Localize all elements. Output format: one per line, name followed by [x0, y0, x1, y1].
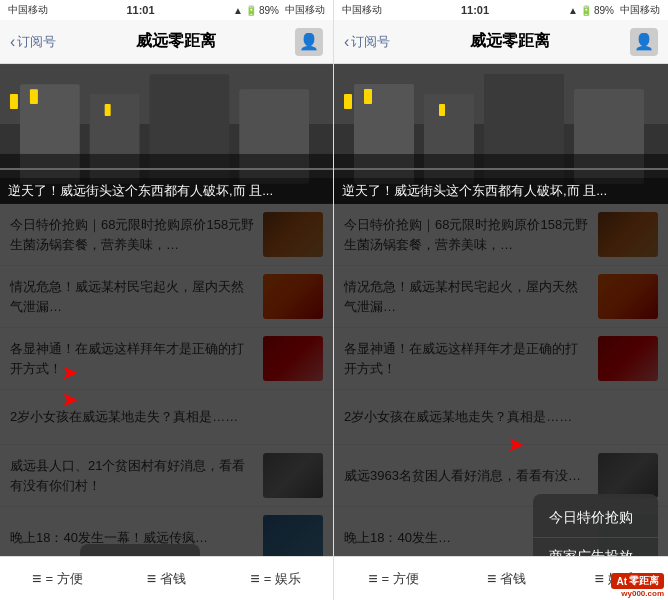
nav-bar-right: ‹ 订阅号 威远零距离 👤	[334, 20, 668, 64]
bottom-btn2-left[interactable]: ≡ 省钱	[147, 570, 186, 588]
svg-rect-10	[105, 104, 111, 116]
entertainment-label-left: = 娱乐	[264, 570, 301, 588]
menu-item-todays-deal[interactable]: 今日特价抢购	[533, 499, 658, 538]
wifi-icon-right: ▲	[568, 5, 578, 16]
bottom-bar-right: ≡ = 方便 ≡ 省钱 ≡ 娱乐 At 零距离 wy000.com	[334, 556, 668, 600]
bottom-bar-left: ≡ = 方便 ≡ 省钱 ≡ = 娱乐	[0, 556, 333, 600]
bottom-btn1-left[interactable]: ≡ = 方便	[32, 570, 83, 588]
back-label-right: 订阅号	[351, 33, 390, 51]
watermark-url: wy000.com	[621, 589, 664, 598]
nav-bar-left: ‹ 订阅号 威远零距离 👤	[0, 20, 333, 64]
carrier-right: 中国移动	[342, 3, 382, 17]
hero-overlay-left: 逆天了！威远街头这个东西都有人破坏,而 且...	[0, 178, 333, 204]
bottom-btn2-right[interactable]: ≡ 省钱	[487, 570, 526, 588]
entertainment-icon-right: ≡	[595, 570, 604, 588]
convenience-icon-left: ≡	[32, 570, 41, 588]
watermark-text1: 零距离	[629, 574, 659, 588]
news-list-left[interactable]: 今日特价抢购｜68元限时抢购原价158元野生菌汤锅套餐，营养美味，… 情况危急！…	[0, 204, 333, 556]
save-label-left: 省钱	[160, 570, 186, 588]
wifi-icon: ▲	[233, 5, 243, 16]
bottom-btn3-left[interactable]: ≡ = 娱乐	[250, 570, 301, 588]
watermark-area: At 零距离 wy000.com	[611, 573, 664, 598]
back-chevron-right: ‹	[344, 33, 349, 51]
battery-icon-right: 🔋	[580, 5, 592, 16]
watermark-logo: At 零距离	[611, 573, 664, 589]
back-chevron-left: ‹	[10, 33, 15, 51]
convenience-label-right: = 方便	[381, 570, 418, 588]
time-left: 11:01	[126, 4, 154, 16]
back-button-right[interactable]: ‹ 订阅号	[344, 33, 390, 51]
carrier-left: 中国移动	[8, 3, 48, 17]
status-bar-right: 中国移动 11:01 ▲ 🔋 89% 中国移动	[334, 0, 668, 20]
person-icon-right: 👤	[634, 32, 654, 51]
convenience-label-left: = 方便	[45, 570, 82, 588]
bottom-btn1-right[interactable]: ≡ = 方便	[368, 570, 419, 588]
hero-left: 逆天了！威远街头这个东西都有人破坏,而 且...	[0, 64, 333, 204]
right-panel: 中国移动 11:01 ▲ 🔋 89% 中国移动 ‹ 订阅号 威远零距离 👤	[334, 0, 668, 600]
svg-rect-19	[344, 94, 352, 109]
back-label-left: 订阅号	[17, 33, 56, 51]
left-panel: 中国移动 11:01 ▲ 🔋 89% 中国移动 ‹ 订阅号 威远零距离 👤	[0, 0, 334, 600]
at-icon: At	[616, 576, 627, 587]
svg-rect-9	[30, 89, 38, 104]
arrow-house-left: ➤	[62, 362, 77, 384]
save-label-right: 省钱	[500, 570, 526, 588]
back-button-left[interactable]: ‹ 订阅号	[10, 33, 56, 51]
menu-item-broadband[interactable]: 宽带手机业务	[80, 549, 200, 556]
status-bar-left: 中国移动 11:01 ▲ 🔋 89% 中国移动	[0, 0, 333, 20]
nav-title-right: 威远零距离	[470, 31, 550, 52]
convenience-icon-right: ≡	[368, 570, 377, 588]
battery-icon: 🔋	[245, 5, 257, 16]
menu-item-ad[interactable]: 商家广告投放	[533, 538, 658, 556]
hero-text-left: 逆天了！威远街头这个东西都有人破坏,而 且...	[8, 182, 325, 200]
hero-right: 逆天了！威远街头这个东西都有人破坏,而 且...	[334, 64, 668, 204]
avatar-left[interactable]: 👤	[295, 28, 323, 56]
menu-overlay-left[interactable]	[0, 204, 333, 556]
arrow-secondhand-right: ➤	[508, 434, 523, 456]
svg-rect-20	[364, 89, 372, 104]
signal-right: ▲ 🔋 89% 中国移动	[233, 3, 325, 17]
avatar-right[interactable]: 👤	[630, 28, 658, 56]
time-right: 11:01	[461, 4, 489, 16]
save-icon-right: ≡	[487, 570, 496, 588]
popup-menu-left[interactable]: 宽带手机业务 房产租售频道 招聘求职频道 历史内容搜索 威远县长信箱	[80, 544, 200, 556]
svg-rect-8	[10, 94, 18, 109]
popup-menu-right[interactable]: 今日特价抢购 商家广告投放 威远商家平台 二手物品交易 威远114查号台	[533, 494, 658, 556]
svg-rect-21	[439, 104, 445, 116]
signal-right2: ▲ 🔋 89% 中国移动	[568, 3, 660, 17]
nav-title-left: 威远零距离	[136, 31, 216, 52]
news-list-right[interactable]: 今日特价抢购｜68元限时抢购原价158元野生菌汤锅套餐，营养美味，… 情况危急！…	[334, 204, 668, 556]
entertainment-icon-left: ≡	[250, 570, 259, 588]
hero-text-right: 逆天了！威远街头这个东西都有人破坏,而 且...	[342, 182, 660, 200]
save-icon-left: ≡	[147, 570, 156, 588]
person-icon-left: 👤	[299, 32, 319, 51]
hero-overlay-right: 逆天了！威远街头这个东西都有人破坏,而 且...	[334, 178, 668, 204]
arrow-job-left: ➤	[62, 389, 77, 411]
